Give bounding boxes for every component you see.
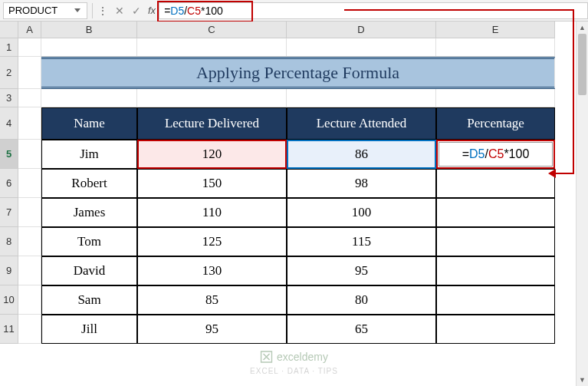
grid: ABCDE Applying Percentage FormulaNameLec… [18, 21, 555, 386]
cell-A3[interactable] [18, 89, 41, 107]
col-header-b[interactable]: B [41, 21, 137, 38]
cell-B1[interactable] [41, 38, 137, 57]
cell-attended-2[interactable]: 100 [287, 198, 436, 227]
cancel-icon[interactable]: ✕ [111, 2, 128, 19]
name-box[interactable]: PRODUCT [3, 2, 87, 19]
formula-rest: *100 [201, 5, 223, 17]
sheet-area: 1234567891011 ABCDE Applying Percentage … [0, 21, 588, 386]
col-header-a[interactable]: A [18, 21, 41, 38]
cell-delivered-4[interactable]: 130 [137, 256, 287, 285]
cell-percentage-2[interactable] [436, 198, 555, 227]
row-header-8[interactable]: 8 [0, 227, 18, 256]
row-header-10[interactable]: 10 [0, 285, 18, 315]
scroll-down-icon[interactable]: ▼ [577, 374, 588, 386]
cell-name-0[interactable]: Jim [41, 140, 137, 169]
header-attended[interactable]: Lecture Attended [287, 107, 436, 140]
cell-attended-3[interactable]: 115 [287, 227, 436, 256]
select-all-corner[interactable] [0, 21, 18, 38]
formula-eq: = [164, 5, 170, 17]
cell-E3[interactable] [436, 89, 555, 107]
row-header-1[interactable]: 1 [0, 38, 18, 57]
cell-delivered-3[interactable]: 125 [137, 227, 287, 256]
row-header-6[interactable]: 6 [0, 169, 18, 198]
watermark-icon [260, 351, 272, 363]
cell-C3[interactable] [137, 89, 287, 107]
active-cell-e5[interactable]: =D5/C5*100 [436, 140, 555, 169]
cell-name-5[interactable]: Sam [41, 285, 137, 315]
row-header-11[interactable]: 11 [0, 315, 18, 344]
separator [92, 3, 93, 18]
cell-A10[interactable] [18, 285, 41, 315]
cell-percentage-5[interactable] [436, 285, 555, 315]
row-headers: 1234567891011 [0, 38, 18, 344]
cell-B3[interactable] [41, 89, 137, 107]
cell-A7[interactable] [18, 198, 41, 227]
cell-name-3[interactable]: Tom [41, 227, 137, 256]
row-header-5[interactable]: 5 [0, 140, 18, 169]
scrollbar-thumb[interactable] [578, 34, 586, 95]
cell-D3[interactable] [287, 89, 436, 107]
scroll-up-icon[interactable]: ▲ [577, 21, 588, 34]
name-box-value: PRODUCT [8, 5, 57, 16]
cell-A9[interactable] [18, 256, 41, 285]
header-name[interactable]: Name [41, 107, 137, 140]
watermark: exceldemy [260, 351, 328, 363]
cell-attended-4[interactable]: 95 [287, 256, 436, 285]
formula-ref-d5: D5 [170, 5, 184, 17]
cell-name-2[interactable]: James [41, 198, 137, 227]
header-delivered[interactable]: Lecture Delivered [137, 107, 287, 140]
cell-E1[interactable] [436, 38, 555, 57]
row-header-7[interactable]: 7 [0, 198, 18, 227]
cell-delivered-2[interactable]: 110 [137, 198, 287, 227]
watermark-subtitle: EXCEL · DATA · TIPS [250, 367, 338, 375]
col-header-e[interactable]: E [436, 21, 555, 38]
cell-A8[interactable] [18, 227, 41, 256]
cell-delivered-0[interactable]: 120 [137, 140, 287, 169]
formula-ref-c5: C5 [187, 5, 201, 17]
formula-bar: PRODUCT ⋮ ✕ ✓ fx =D5/C5*100 [0, 0, 588, 21]
col-headers: ABCDE [18, 21, 555, 38]
cell-A1[interactable] [18, 38, 41, 57]
cell-name-4[interactable]: David [41, 256, 137, 285]
row-header-4[interactable]: 4 [0, 107, 18, 140]
fx-icon[interactable]: fx [148, 5, 156, 16]
cell-A6[interactable] [18, 169, 41, 198]
cell-A5[interactable] [18, 140, 41, 169]
cell-delivered-5[interactable]: 85 [137, 285, 287, 315]
cell-C1[interactable] [137, 38, 287, 57]
title-cell[interactable]: Applying Percentage Formula [41, 57, 555, 89]
col-header-c[interactable]: C [137, 21, 287, 38]
cell-A2[interactable] [18, 57, 41, 89]
row-header-2[interactable]: 2 [0, 57, 18, 89]
cell-A11[interactable] [18, 315, 41, 344]
cell-attended-0[interactable]: 86 [287, 140, 436, 169]
cell-delivered-1[interactable]: 150 [137, 169, 287, 198]
cell-name-1[interactable]: Robert [41, 169, 137, 198]
col-header-d[interactable]: D [287, 21, 436, 38]
fb-spacer: ⋮ [94, 2, 111, 19]
cell-D1[interactable] [287, 38, 436, 57]
cell-delivered-6[interactable]: 95 [137, 315, 287, 344]
cell-A4[interactable] [18, 107, 41, 140]
cell-percentage-6[interactable] [436, 315, 555, 344]
enter-icon[interactable]: ✓ [128, 2, 145, 19]
header-percentage[interactable]: Percentage [436, 107, 555, 140]
row-header-9[interactable]: 9 [0, 256, 18, 285]
cell-attended-6[interactable]: 65 [287, 315, 436, 344]
cell-percentage-4[interactable] [436, 256, 555, 285]
watermark-text: exceldemy [277, 351, 328, 363]
cell-percentage-1[interactable] [436, 169, 555, 198]
cell-percentage-3[interactable] [436, 227, 555, 256]
name-box-dropdown-icon[interactable] [74, 7, 82, 15]
cell-name-6[interactable]: Jill [41, 315, 137, 344]
cell-attended-1[interactable]: 98 [287, 169, 436, 198]
cell-attended-5[interactable]: 80 [287, 285, 436, 315]
vertical-scrollbar[interactable]: ▲ ▼ [576, 21, 588, 386]
row-header-3[interactable]: 3 [0, 89, 18, 107]
formula-input[interactable]: =D5/C5*100 [159, 2, 588, 19]
